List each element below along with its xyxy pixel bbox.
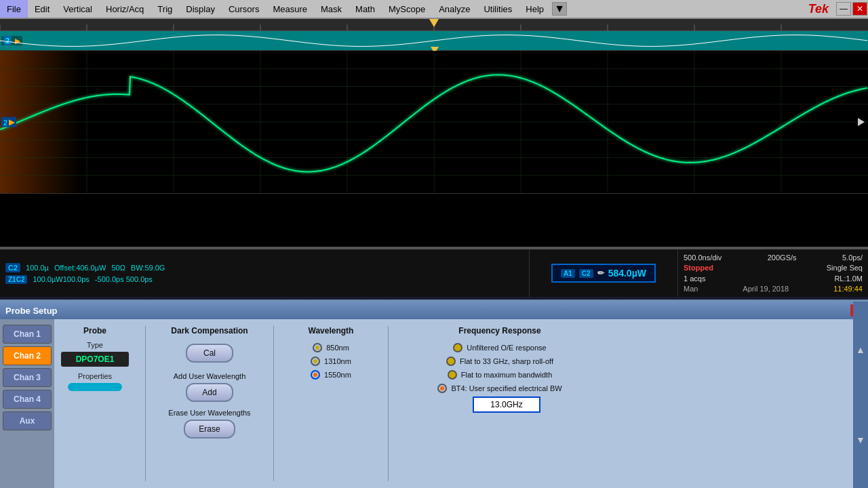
properties-label: Properties — [78, 372, 112, 380]
erase-button[interactable]: Erase — [184, 420, 235, 439]
minimize-button[interactable]: — — [836, 2, 851, 16]
probe-section: Probe Type DPO7OE1 Properties — [61, 326, 129, 481]
frequency-response-section: Frequency Response Unfiltered O/E respon… — [405, 326, 595, 481]
ch2-badge-status: C2 — [5, 263, 20, 272]
cal-button[interactable]: Cal — [186, 344, 233, 363]
bw-input[interactable] — [473, 396, 540, 413]
status-impedance: 50Ω — [111, 264, 125, 272]
menu-file[interactable]: File — [0, 0, 28, 18]
menu-dropdown-arrow[interactable]: ▼ — [552, 2, 567, 16]
wavelength-section: Wavelength 850nm 1310nm 1550nm — [290, 326, 372, 481]
scope-display: 2 ▶ 2▶ — [0, 19, 868, 248]
divider-2 — [273, 326, 274, 481]
record-length: 5.0ps/ — [842, 253, 863, 262]
meas-badge-c2: C2 — [579, 269, 593, 278]
single-seq: Single Seq — [827, 264, 863, 272]
freq-flat33-radio[interactable] — [446, 357, 456, 366]
freq-maxbw-label: Flat to maximum bandwidth — [461, 371, 553, 379]
menu-math[interactable]: Math — [349, 0, 382, 18]
status-right: 500.0ns/div 200GS/s 5.0ps/ Stopped Singl… — [678, 249, 868, 297]
trigger-marker — [429, 19, 439, 27]
status-mode-row: Stopped Single Seq — [684, 264, 863, 272]
probe-type-label: Type — [87, 341, 103, 349]
date-row: Man April 19, 2018 11:49:44 — [684, 285, 863, 293]
acqs-row: 1 acqs RL:1.0M — [684, 274, 863, 283]
menu-edit[interactable]: Edit — [28, 0, 56, 18]
wavelength-1310nm-radio[interactable] — [311, 357, 320, 366]
chan3-button[interactable]: Chan 3 — [3, 368, 52, 387]
measurement-value: 584.0µW — [608, 268, 646, 279]
wavelength-850nm-radio[interactable] — [313, 343, 322, 352]
freq-maxbw-radio[interactable] — [448, 370, 457, 380]
erase-user-wavelengths-label: Erase User Wavelengths — [168, 409, 250, 417]
close-button[interactable]: ✕ — [852, 2, 867, 16]
add-user-wavelength-label: Add User Wavelength — [174, 372, 246, 380]
tek-logo: Tek — [802, 2, 835, 16]
scroll-down-icon[interactable]: ▼ — [856, 434, 865, 445]
acqs-count: 1 acqs — [684, 274, 705, 283]
chan2-button[interactable]: Chan 2 — [3, 346, 52, 365]
status-bar: C2 100.0µ Offset:406.0µW 50Ω BW:59.0G Z1… — [0, 248, 868, 297]
freq-bt4-radio[interactable] — [437, 384, 447, 393]
menu-analyze[interactable]: Analyze — [432, 0, 477, 18]
dark-comp-title: Dark Compensation — [171, 326, 248, 336]
ch2-marker: 2▶ — [1, 117, 16, 127]
freq-flat33-option[interactable]: Flat to 33 GHz, sharp roll-off — [446, 357, 553, 366]
measurement-display: A1 C2 ✏ 584.0µW — [551, 264, 656, 283]
timebase-row: 500.0ns/div 200GS/s 5.0ps/ — [684, 253, 863, 262]
menu-trig[interactable]: Trig — [151, 0, 179, 18]
waveform-area: 2▶ — [0, 50, 868, 194]
freq-unfiltered-option[interactable]: Unfiltered O/E response — [453, 343, 546, 352]
status-row1: C2 100.0µ Offset:406.0µW 50Ω BW:59.0G — [5, 263, 524, 272]
freq-flat33-label: Flat to 33 GHz, sharp roll-off — [460, 357, 553, 365]
wavelength-1550nm-option[interactable]: 1550nm — [311, 370, 351, 380]
rl-value: RL:1.0M — [834, 274, 863, 283]
menubar: File Edit Vertical Horiz/Acq Trig Displa… — [0, 0, 868, 19]
menu-display[interactable]: Display — [179, 0, 222, 18]
wavelength-1310nm-option[interactable]: 1310nm — [311, 357, 351, 366]
stopped-status: Stopped — [684, 264, 713, 272]
add-button[interactable]: Add — [186, 383, 233, 402]
wavelength-title: Wavelength — [309, 326, 354, 336]
wavelength-1550nm-radio[interactable] — [311, 370, 320, 380]
divider-3 — [388, 326, 389, 481]
status-row2: Z1C2 100.0µW100.0ps -500.0ps 500.0ps — [5, 275, 524, 284]
properties-button[interactable] — [68, 383, 122, 391]
meas-badge-a1: A1 — [561, 269, 575, 278]
status-offset: Offset:406.0µW — [54, 264, 106, 272]
menu-mask[interactable]: Mask — [314, 0, 349, 18]
freq-bt4-label: BT4: User specified electrical BW — [451, 384, 561, 392]
divider-1 — [145, 326, 146, 481]
probe-section-title: Probe — [83, 326, 106, 336]
chan4-button[interactable]: Chan 4 — [3, 390, 52, 409]
dark-comp-section: Dark Compensation Cal Add User Wavelengt… — [162, 326, 257, 481]
freq-maxbw-option[interactable]: Flat to maximum bandwidth — [448, 370, 553, 380]
freq-response-title: Frequency Response — [458, 326, 540, 336]
menu-horizacq[interactable]: Horiz/Acq — [99, 0, 151, 18]
wavelength-850nm-label: 850nm — [326, 344, 349, 352]
menu-measure[interactable]: Measure — [266, 0, 314, 18]
time-display: 11:49:44 — [833, 285, 863, 293]
freq-bt4-option[interactable]: BT4: User specified electrical BW — [437, 384, 561, 393]
menu-utilities[interactable]: Utilities — [477, 0, 519, 18]
sample-rate: 200GS/s — [768, 253, 797, 262]
date-display: April 19, 2018 — [743, 285, 789, 293]
status-left: C2 100.0µ Offset:406.0µW 50Ω BW:59.0G Z1… — [0, 249, 529, 297]
status-value1: 100.0µ — [26, 264, 49, 272]
menu-vertical[interactable]: Vertical — [56, 0, 99, 18]
menu-myscope[interactable]: MyScope — [382, 0, 432, 18]
menu-cursors[interactable]: Cursors — [222, 0, 267, 18]
aux-button[interactable]: Aux — [3, 411, 52, 430]
pencil-icon: ✏ — [597, 268, 604, 278]
wavelength-850nm-option[interactable]: 850nm — [313, 343, 349, 352]
wavelength-1310nm-label: 1310nm — [324, 357, 351, 365]
wavelength-1550nm-label: 1550nm — [324, 371, 351, 379]
timebase-value: 500.0ns/div — [684, 253, 722, 262]
probe-title: Probe Setup — [5, 306, 58, 316]
menu-help[interactable]: Help — [519, 0, 551, 18]
scroll-up-icon[interactable]: ▲ — [856, 344, 865, 355]
chan1-button[interactable]: Chan 1 — [3, 325, 52, 344]
man-label: Man — [684, 285, 698, 293]
probe-content: Probe Type DPO7OE1 Properties Dark Compe… — [54, 319, 868, 488]
freq-unfiltered-radio[interactable] — [453, 343, 462, 352]
